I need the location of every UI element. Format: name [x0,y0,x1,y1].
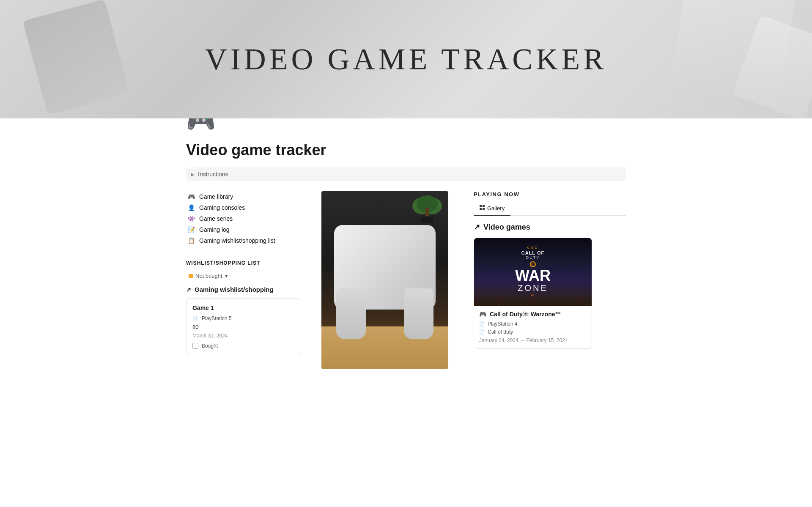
console-doc-icon: 📄 [192,316,198,321]
instructions-toggle[interactable]: ▶ Instructions [186,167,626,181]
wishlist-link[interactable]: ↗ Gaming wishlist/shopping [186,286,299,293]
video-games-arrow-icon: ↗ [474,222,480,232]
not-bought-filter[interactable]: Not bought ▾ [186,271,299,281]
game-console: PlayStation 4 [488,321,518,327]
cover-decoration-left [23,0,130,115]
svg-rect-3 [483,208,485,210]
game-console-row: 📄 PlayStation 4 [479,321,587,327]
nav-item-game-series[interactable]: 👾 Game series [186,213,299,224]
nav-label-gaming-consoles: Gaming consoles [199,204,245,211]
card-price: 80 [192,324,294,330]
console-meta-icon: 📄 [479,321,485,327]
game-name: Call of Duty®: Warzone™ [490,311,561,318]
controller-grip-left [336,288,366,339]
filter-chevron-icon: ▾ [225,273,228,279]
card-console-row: 📄 PlayStation 5 [192,315,294,321]
cod-label: COD [515,246,551,249]
left-sidebar: 🎮 Game library 👤 Gaming consoles 👾 Game … [186,191,313,369]
war-label: WAR [515,268,551,283]
game-card-warzone: COD CALL OF DUTY ® WAR ZONE ™ 🎮 Call of … [474,238,592,349]
nav-item-gaming-wishlist[interactable]: 📋 Gaming wishlist/shopping list [186,235,299,246]
game-controller-photo [321,191,448,369]
wishlist-section-title: WISHLIST/SHOPPING LIST [186,260,299,266]
page-title: Video game tracker [186,141,626,159]
card-console: PlayStation 5 [202,315,232,321]
card-date: March 31, 2024 [192,333,294,339]
game-series-row: 📄 Call of duty [479,329,587,335]
nav-label-game-series: Game series [199,215,233,222]
svg-rect-2 [480,208,482,210]
wishlist-link-label: Gaming wishlist/shopping [195,286,274,293]
series-meta-icon: 📄 [479,329,485,335]
nav-item-gaming-consoles[interactable]: 👤 Gaming consoles [186,202,299,213]
warzone-text-overlay: COD CALL OF DUTY ® WAR ZONE ™ [515,246,551,299]
nav-item-gaming-log[interactable]: 📝 Gaming log [186,224,299,235]
center-image-section [313,191,457,369]
nav-label-gaming-log: Gaming log [199,226,230,233]
registered-icon: ® [530,261,536,267]
plant-base [421,217,433,223]
card-title: Game 1 [192,304,294,311]
main-layout: 🎮 Game library 👤 Gaming consoles 👾 Game … [186,191,626,369]
playing-now-title: PLAYING NOW [474,191,626,197]
nav-label-gaming-wishlist: Gaming wishlist/shopping list [199,237,275,244]
call-label: CALL OF [515,250,551,255]
instructions-label: Instructions [198,171,228,178]
gaming-log-icon: 📝 [188,226,195,233]
gaming-wishlist-icon: 📋 [188,237,195,244]
wishlist-arrow-icon: ↗ [186,286,191,293]
video-games-link-label: Video games [483,223,530,232]
svg-rect-0 [480,205,482,207]
gaming-consoles-icon: 👤 [188,204,195,211]
cover-section: VIDEO GAME TRACKER [0,0,812,118]
game-series: Call of duty [488,329,513,335]
gallery-tab-label: Gallery [487,205,505,211]
game-card-body: 🎮 Call of Duty®: Warzone™ 📄 PlayStation … [474,306,592,348]
video-games-link[interactable]: ↗ Video games [474,222,626,232]
game-library-icon: 🎮 [188,193,195,200]
playing-now-section: PLAYING NOW Gallery [457,191,626,369]
game-card-image: COD CALL OF DUTY ® WAR ZONE ™ [474,238,592,306]
game-controller-icon: 🎮 [479,311,486,318]
nav-label-game-library: Game library [199,193,233,200]
plant-decoration [419,195,436,221]
game-dates: January 24, 2024 → February 15, 2024 [479,337,587,343]
filter-dot-icon [189,274,193,278]
game-name-row: 🎮 Call of Duty®: Warzone™ [479,311,587,318]
bought-label: Bought [202,343,218,349]
gallery-grid-icon [480,205,485,211]
view-tabs: Gallery [474,203,626,216]
duty-label: DUTY [515,255,551,260]
card-checkbox-row[interactable]: Bought [192,343,294,349]
toggle-arrow-icon: ▶ [191,172,195,177]
svg-rect-1 [483,205,485,207]
tab-gallery[interactable]: Gallery [474,203,510,216]
filter-label: Not bought [195,273,222,279]
controller-grip-right [404,288,433,339]
trademark-icon: ™ [515,294,551,298]
cover-title: VIDEO GAME TRACKER [205,42,607,77]
bought-checkbox[interactable] [192,343,198,349]
wishlist-card: Game 1 📄 PlayStation 5 80 March 31, 2024… [186,298,300,355]
sidebar-divider [186,253,299,253]
nav-item-game-library[interactable]: 🎮 Game library [186,191,299,202]
zone-label: ZONE [515,283,551,293]
game-series-icon: 👾 [188,215,195,222]
